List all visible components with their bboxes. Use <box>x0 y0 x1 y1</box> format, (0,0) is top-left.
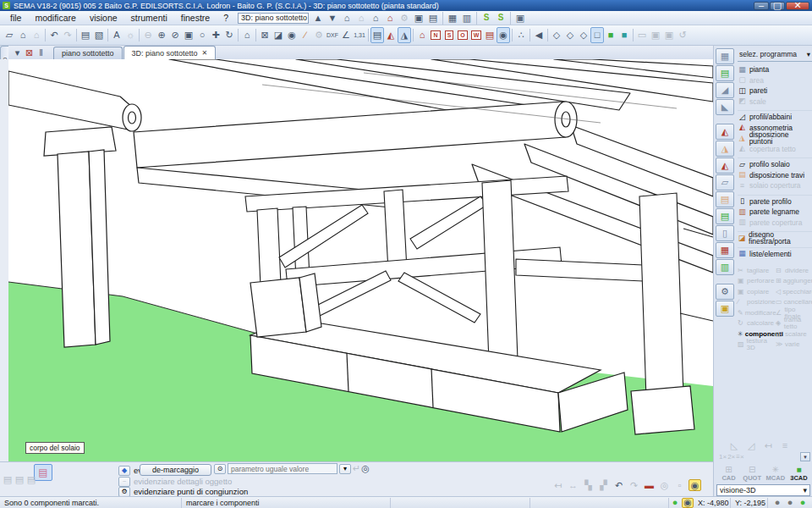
view-north-icon[interactable]: N <box>429 27 442 43</box>
green-cube-icon[interactable]: ■ <box>604 27 617 43</box>
item-parete-copertura[interactable]: ▥parete copertura <box>738 218 812 229</box>
item-parete-profilo[interactable]: ▯parete profilo <box>738 196 812 207</box>
zoom-window-icon[interactable]: ▣ <box>182 27 195 43</box>
item-pareti[interactable]: ◫pareti <box>738 86 812 97</box>
texture-brush-icon[interactable]: ∕ <box>299 27 312 43</box>
layer-visibility-icon[interactable]: ▤ <box>370 27 384 43</box>
search-icon[interactable]: ⊙ <box>214 464 226 474</box>
scale-ratio-icon[interactable]: 1,31 <box>353 27 366 43</box>
split-view-icon[interactable]: ‖ <box>36 47 47 58</box>
roof-tool-1-icon[interactable]: ◺ <box>727 440 741 450</box>
demark-button[interactable]: de-marcaggio <box>140 464 211 476</box>
item-disegno-finestra-porta[interactable]: ◪disegno finestra/porta <box>738 233 812 244</box>
storey-a-icon[interactable]: ⌂ <box>340 12 354 25</box>
item-copertura-tetto[interactable]: ◭copertura tetto <box>738 144 812 155</box>
wireframe-cube-icon[interactable]: ◇ <box>550 27 563 43</box>
detail-window-icon[interactable]: ▣ <box>412 12 425 25</box>
pan-icon[interactable]: ✚ <box>209 27 222 43</box>
tab-piano-sottotetto[interactable]: piano sottotetto <box>53 47 123 59</box>
eye-active-icon[interactable]: ◉ <box>689 479 701 491</box>
north-house-icon[interactable]: ⌂ <box>415 27 429 43</box>
calcolo-eye-icon[interactable]: ⚙ <box>716 284 734 300</box>
tool-calcolare[interactable]: ↻calcolare <box>738 319 776 329</box>
redo-icon[interactable]: ↷ <box>61 27 74 43</box>
tool-testura-3d[interactable]: ▨testura 3D <box>738 340 776 351</box>
anim-2x[interactable]: 2× <box>727 454 735 461</box>
search-object-icon[interactable]: ◎ <box>361 464 370 473</box>
textured-cube-icon[interactable]: ■ <box>617 27 631 43</box>
item-profilo-solaio[interactable]: ▱profilo solaio <box>738 159 812 170</box>
view-east-icon[interactable]: O <box>456 27 469 43</box>
parete-profilo-eye-icon[interactable]: ▯ <box>716 225 734 241</box>
undo-icon[interactable]: ↶ <box>47 27 61 43</box>
anim-1x[interactable]: 1× <box>719 454 727 461</box>
tool-perforare[interactable]: ▣perforare <box>738 277 776 287</box>
tool-aggiungere[interactable]: ⊞aggiungere <box>776 277 812 287</box>
zoom-previous-icon[interactable]: ⊘ <box>168 27 182 43</box>
settings-icon[interactable]: ⚙ <box>312 27 326 43</box>
section-plane-icon[interactable]: ◪ <box>272 27 285 43</box>
close-view-icon[interactable]: ⊠ <box>24 47 35 58</box>
program-selector[interactable]: selez. programma ▾ <box>738 48 812 62</box>
view-mode-combo[interactable]: visione-3D ▾ <box>716 484 810 496</box>
wizard-house-icon[interactable]: ⌂ <box>16 27 30 43</box>
dxf-export-icon[interactable]: DXF <box>326 27 339 43</box>
refresh-icon[interactable]: ↺ <box>676 27 689 43</box>
print-preview-icon[interactable]: ▤ <box>426 12 440 25</box>
measure-angle-icon[interactable]: ∠ <box>339 27 353 43</box>
rafter-visibility-icon[interactable]: ◮ <box>398 27 411 43</box>
redo-view-eye-icon[interactable]: ↷ <box>628 479 640 491</box>
stack-gray-1-icon[interactable]: ▤ <box>3 474 13 484</box>
anim-seq[interactable]: ≡× <box>736 454 743 461</box>
walkthrough-icon[interactable]: ∴ <box>514 27 528 43</box>
export-image-icon[interactable]: ▧ <box>92 27 106 43</box>
highlight-details-toggle[interactable]: ~ <box>118 477 130 487</box>
tab-menu-icon[interactable]: ▾ <box>12 47 23 58</box>
animation-menu-button[interactable]: ▾ <box>800 452 810 461</box>
parts-list-icon[interactable]: ▦ <box>446 12 459 25</box>
eye-toggle-icon[interactable]: ◉ <box>497 27 510 43</box>
item-scale[interactable]: ◩scale <box>738 97 812 108</box>
storey-down-icon[interactable]: ▼ <box>326 12 339 25</box>
align-h-icon[interactable]: ↔ <box>567 479 579 491</box>
visibility-icon[interactable]: ◉ <box>285 27 299 43</box>
text-settings-icon[interactable]: A <box>110 27 123 43</box>
wizard-alt-icon[interactable]: ⌂ <box>30 27 43 43</box>
open-project-icon[interactable]: ▱ <box>3 27 16 43</box>
view-south-icon[interactable]: S <box>442 27 456 43</box>
3d-viewport[interactable]: corpo del solaio <box>8 59 713 461</box>
mode-mcad[interactable]: ✳MCAD <box>764 464 787 483</box>
menu-help[interactable]: ? <box>217 13 235 23</box>
tool-varie[interactable]: ≫varie <box>776 340 812 351</box>
apply-param-icon[interactable]: ↵ <box>353 464 360 473</box>
tab-3d-piano-sottotetto[interactable]: 3D: piano sottotetto ✕ <box>123 46 217 59</box>
travi-eye-icon[interactable]: ▤ <box>716 191 734 207</box>
zoom-search-icon[interactable]: ○ <box>195 27 209 43</box>
tool-trama-tetto[interactable]: ◈trama tetto <box>776 319 812 329</box>
menu-visione[interactable]: visione <box>83 13 124 23</box>
tool-copiare[interactable]: ▣copiare <box>738 287 776 297</box>
componenti-eye-icon[interactable]: ▣ <box>716 301 734 317</box>
minimize-button[interactable]: – <box>754 2 769 10</box>
item-parete-legname[interactable]: ▥parete legname <box>738 207 812 218</box>
mark-region-icon[interactable]: ⊠ <box>258 27 272 43</box>
tool-dividere[interactable]: ⊟dividere <box>776 266 812 276</box>
copertura-eye-icon[interactable]: ◭ <box>716 157 734 174</box>
view-eye-icon[interactable]: ◉ <box>682 498 694 508</box>
presentation-icon[interactable]: ▭ <box>635 27 649 43</box>
roof-visibility-icon[interactable]: ◭ <box>384 27 398 43</box>
storey-dimension-icon[interactable]: ⌂ <box>240 27 254 43</box>
orbit-icon[interactable]: ↻ <box>222 27 236 43</box>
sema-import-icon[interactable]: S <box>480 12 493 25</box>
mode-cad[interactable]: ⊞CAD <box>717 464 740 483</box>
parete-copertura-eye-icon[interactable]: ▦ <box>716 242 734 258</box>
white-cube-icon[interactable]: □ <box>590 27 604 43</box>
first-view-icon[interactable]: ◀ <box>532 27 546 43</box>
item-profili-abbaini[interactable]: ◿profili/abbaini <box>738 112 812 123</box>
tab-close-icon[interactable]: ✕ <box>202 49 208 57</box>
roof-tool-4-icon[interactable]: ≡ <box>778 440 792 450</box>
menu-finestre[interactable]: finestre <box>174 13 217 23</box>
menu-modificare[interactable]: modificare <box>28 13 82 23</box>
roof-tool-3-icon[interactable]: ↤ <box>761 440 775 450</box>
layer-stack-button[interactable]: ▤ <box>38 467 47 478</box>
